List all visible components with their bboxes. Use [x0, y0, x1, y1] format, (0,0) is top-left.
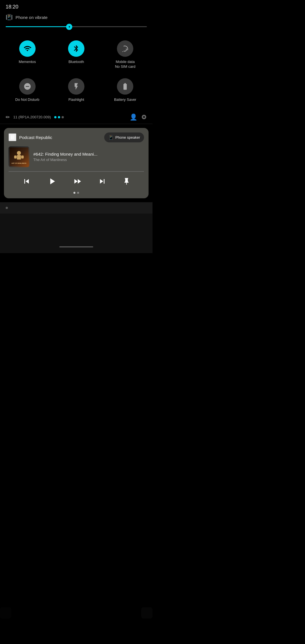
brightness-track — [6, 26, 147, 27]
wifi-icon — [19, 40, 36, 57]
home-indicator — [59, 246, 93, 247]
wifi-label: Mementos — [19, 60, 36, 64]
media-content: ART OF MANLINESS #642: Finding Money and… — [8, 146, 144, 167]
main-divider — [0, 124, 152, 124]
mobile-data-icon — [117, 40, 133, 57]
tile-flashlight[interactable]: Flashlight — [52, 74, 101, 107]
page-indicator — [54, 116, 64, 118]
media-header: ⏸ Podcast Republic 📱 Phone speaker — [8, 132, 144, 142]
app-name: Podcast Republic — [19, 135, 52, 140]
dot-3 — [62, 116, 64, 118]
dot-2 — [58, 116, 60, 118]
output-label: Phone speaker — [116, 135, 140, 140]
system-bar-left: ✏ 11 (RP1A.200720.009) — [6, 114, 64, 120]
battery-saver-label: Battery Saver — [114, 97, 136, 102]
svg-rect-4 — [14, 155, 17, 158]
flashlight-label: Flashlight — [68, 97, 84, 102]
dnd-label: Do Not Disturb — [15, 97, 39, 102]
bluetooth-label: Bluetooth — [69, 60, 84, 64]
play-button[interactable] — [47, 176, 57, 188]
svg-rect-3 — [17, 155, 21, 159]
progress-bar[interactable] — [8, 171, 144, 172]
media-page-dots — [8, 192, 144, 194]
phone-speaker-icon: 📱 — [108, 135, 114, 140]
tile-dnd[interactable]: Do Not Disturb — [3, 74, 52, 107]
media-dot-2 — [77, 192, 79, 194]
media-app-row: ⏸ Podcast Republic — [8, 133, 52, 141]
output-button[interactable]: 📱 Phone speaker — [104, 132, 144, 142]
bluetooth-icon — [68, 40, 84, 57]
media-controls — [8, 176, 144, 188]
time-display: 18:20 — [6, 4, 18, 10]
brightness-control[interactable] — [0, 25, 152, 33]
track-title: #642: Finding Money and Meani... — [33, 152, 144, 156]
svg-point-2 — [17, 151, 21, 155]
svg-text:ART OF MANLINESS: ART OF MANLINESS — [12, 162, 27, 164]
tile-bluetooth[interactable]: Bluetooth — [52, 36, 101, 74]
bottom-indicator-dot — [6, 207, 8, 209]
pin-button[interactable] — [123, 177, 130, 187]
album-art: ART OF MANLINESS — [8, 146, 29, 167]
dot-1 — [54, 116, 56, 118]
flashlight-icon — [68, 78, 84, 95]
status-bar: 18:20 — [0, 0, 152, 12]
home-area — [0, 214, 152, 253]
brightness-fill — [6, 26, 69, 27]
track-info: #642: Finding Money and Meani... The Art… — [33, 152, 144, 162]
vibrate-notification: 📳 Phone on vibrate — [0, 12, 152, 25]
brightness-slider[interactable] — [6, 26, 147, 27]
system-bar-right: 👤 ⚙ — [130, 114, 147, 121]
pause-button[interactable]: ⏸ — [8, 133, 16, 141]
build-number: 11 (RP1A.200720.009) — [13, 115, 51, 119]
system-bar: ✏ 11 (RP1A.200720.009) 👤 ⚙ — [0, 111, 152, 124]
media-dot-1 — [73, 192, 75, 194]
track-artist: The Art of Manliness — [33, 158, 144, 162]
quick-tiles-grid: Mementos Bluetooth Mobile data No SIM ca… — [0, 33, 152, 110]
dnd-icon — [19, 78, 36, 95]
brightness-thumb[interactable] — [66, 24, 72, 30]
album-art-image: ART OF MANLINESS — [8, 146, 29, 167]
skip-button[interactable] — [98, 177, 107, 188]
vibrate-icon: 📳 — [6, 14, 13, 21]
edit-icon[interactable]: ✏ — [6, 114, 10, 120]
tile-battery-saver[interactable]: Battery Saver — [101, 74, 150, 107]
vibrate-label: Phone on vibrate — [16, 15, 47, 20]
media-card: ⏸ Podcast Republic 📱 Phone speaker — [4, 128, 149, 198]
battery-saver-icon — [117, 78, 133, 95]
settings-icon[interactable]: ⚙ — [141, 114, 147, 121]
tile-wifi[interactable]: Mementos — [3, 36, 52, 74]
fast-forward-button[interactable] — [73, 177, 82, 188]
user-icon[interactable]: 👤 — [130, 114, 137, 121]
tile-mobile-data[interactable]: Mobile data No SIM card — [101, 36, 150, 74]
bottom-strip — [0, 202, 152, 214]
svg-rect-5 — [21, 155, 24, 158]
mobile-data-label: Mobile data No SIM card — [115, 60, 135, 69]
rewind-button[interactable] — [22, 177, 31, 188]
